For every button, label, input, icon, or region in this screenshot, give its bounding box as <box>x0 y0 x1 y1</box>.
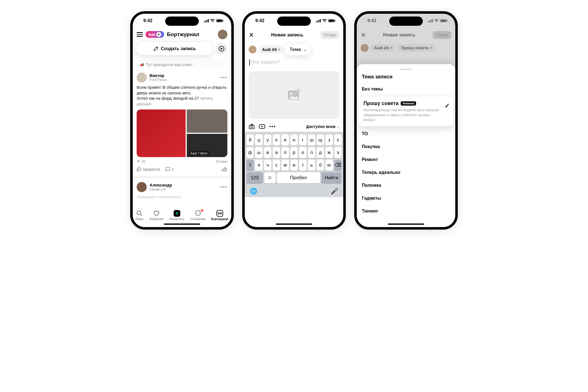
topic-option[interactable]: ТО <box>357 127 455 140</box>
key-д[interactable]: д <box>317 147 324 158</box>
key-в[interactable]: в <box>264 147 271 158</box>
create-post-label: Создать запись <box>161 46 196 51</box>
author-avatar[interactable] <box>137 73 147 83</box>
key-у[interactable]: у <box>264 134 271 146</box>
image-uploader[interactable] <box>249 71 339 119</box>
sheet-handle[interactable] <box>400 69 412 70</box>
topic-option[interactable]: Гаджеты <box>357 192 455 205</box>
close-button[interactable]: ✕ <box>249 31 254 39</box>
compose-textarea[interactable]: Что нового? <box>245 55 343 69</box>
key-ф[interactable]: ф <box>246 147 254 158</box>
author-name[interactable]: Александр <box>150 183 172 188</box>
topic-option[interactable]: Тюнинг <box>357 205 455 218</box>
post-image-1[interactable] <box>137 109 186 157</box>
svg-point-10 <box>197 213 197 213</box>
video-button[interactable] <box>259 124 265 129</box>
mic-key[interactable]: 🎤 <box>331 188 338 195</box>
key-р[interactable]: р <box>290 147 298 158</box>
nav-logbook[interactable]: БЖ Бортжурнал <box>211 210 228 221</box>
share-button[interactable] <box>221 166 227 172</box>
visibility-selector[interactable]: Доступно всем ⌄ <box>306 124 339 129</box>
topic-selector[interactable]: Тема ⌄ <box>286 44 311 55</box>
key-ч[interactable]: ч <box>264 160 271 171</box>
key-х[interactable]: х <box>334 134 342 146</box>
topic-option[interactable]: Ремонт <box>357 153 455 166</box>
key-щ[interactable]: щ <box>317 134 324 146</box>
nav-messages[interactable]: Сообщения <box>190 210 205 221</box>
svg-rect-1 <box>205 20 206 22</box>
like-button[interactable]: Нравится <box>137 167 160 172</box>
key-я[interactable]: я <box>255 160 262 171</box>
topic-option[interactable]: Теперь идеально <box>357 166 455 179</box>
key-и[interactable]: и <box>290 160 298 171</box>
add-button[interactable] <box>216 43 227 55</box>
status-bar: 9:42 <box>133 14 231 28</box>
post-images[interactable]: Ещё 7 фото <box>137 109 227 157</box>
comments-button[interactable]: 2 <box>165 167 174 172</box>
post-menu-icon[interactable]: ••• <box>220 75 227 81</box>
svg-rect-6 <box>223 20 223 22</box>
topic-option[interactable]: Без темы <box>357 83 455 95</box>
svg-point-11 <box>198 213 198 213</box>
search-key[interactable]: Найти <box>321 172 342 183</box>
nav-search[interactable]: Поиск <box>136 210 143 221</box>
globe-key[interactable]: 🌐 <box>250 188 257 195</box>
key-н[interactable]: н <box>290 134 298 146</box>
key-б[interactable]: б <box>317 160 324 171</box>
post-card-2: Александр Citroën C4 ••• Замена стартера <box>133 182 231 198</box>
views-count: 32 <box>141 159 145 164</box>
key-ю[interactable]: ю <box>325 160 333 171</box>
key-г[interactable]: г <box>299 134 306 146</box>
nav-label: Избранное <box>149 218 164 221</box>
topic-option[interactable]: Покупка <box>357 140 455 153</box>
key-з[interactable]: з <box>325 134 333 146</box>
camera-button[interactable] <box>249 124 255 129</box>
compose-meta-row: Audi A5 ▾ Тема ⌄ <box>245 44 343 55</box>
topic-option-selected[interactable]: Прошу совета Новинка Автовладельцы той ж… <box>358 97 454 126</box>
key-ш[interactable]: ш <box>308 134 315 146</box>
more-button[interactable]: ••• <box>269 124 276 129</box>
key-к[interactable]: к <box>273 134 280 146</box>
key-п[interactable]: п <box>281 147 289 158</box>
compose-title: Новая запись <box>271 32 303 38</box>
post-menu-icon[interactable]: ••• <box>220 184 227 190</box>
post-image-3[interactable]: Ещё 7 фото <box>187 134 227 157</box>
shift-key[interactable]: ⇧ <box>246 160 254 171</box>
key-ы[interactable]: ы <box>255 147 262 158</box>
key-с[interactable]: с <box>273 160 280 171</box>
done-button[interactable]: Готово <box>321 31 339 39</box>
user-avatar[interactable] <box>249 46 256 53</box>
emoji-key[interactable]: ☺ <box>264 172 276 183</box>
key-е[interactable]: е <box>281 134 289 146</box>
car-selector[interactable]: Audi A5 ▾ <box>259 46 283 53</box>
nav-favorites[interactable]: Избранное <box>149 210 164 221</box>
key-о[interactable]: о <box>299 147 306 158</box>
notification-dot-icon <box>201 209 203 212</box>
post-title-peek: Замена стартера <box>137 194 227 198</box>
topic-option[interactable]: Поломка <box>357 179 455 192</box>
backspace-key[interactable]: ⌫ <box>334 160 342 171</box>
key-э[interactable]: э <box>334 147 342 158</box>
author-avatar[interactable] <box>137 182 147 192</box>
eye-icon: 👁 <box>137 159 140 164</box>
keyboard: йцукенгшщзх фывапролджэ ⇧ ячсмитьбю ⌫ 12… <box>245 132 343 197</box>
num-key[interactable]: 123 <box>246 172 263 183</box>
key-ь[interactable]: ь <box>308 160 315 171</box>
avatar[interactable] <box>218 30 227 39</box>
space-key[interactable]: Пробел <box>277 172 320 183</box>
points-badge[interactable]: 640 ✦ <box>146 31 164 38</box>
create-post-button[interactable]: Создать запись <box>137 42 213 55</box>
author-name[interactable]: Виктор <box>150 73 167 78</box>
nav-post[interactable]: + Разместить <box>169 210 185 221</box>
logbook-icon: БЖ <box>216 210 223 217</box>
key-ц[interactable]: ц <box>255 134 262 146</box>
key-й[interactable]: й <box>246 134 254 146</box>
post-image-2[interactable] <box>187 109 227 133</box>
advice-hint-banner[interactable]: 📣 Тут пригодится ваш совет <box>137 60 227 70</box>
menu-icon[interactable] <box>137 32 143 37</box>
key-ж[interactable]: ж <box>325 147 333 158</box>
key-л[interactable]: л <box>308 147 315 158</box>
key-а[interactable]: а <box>273 147 280 158</box>
key-т[interactable]: т <box>299 160 306 171</box>
key-м[interactable]: м <box>281 160 289 171</box>
